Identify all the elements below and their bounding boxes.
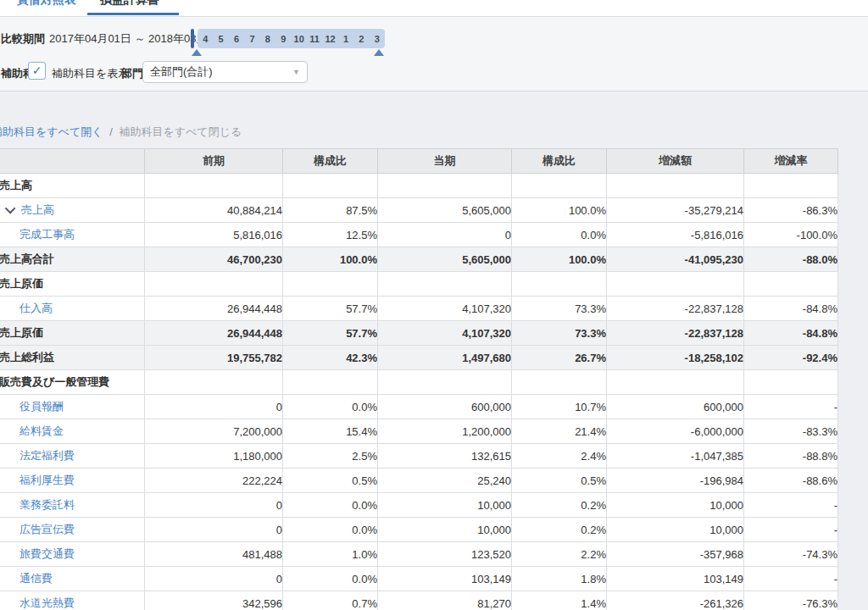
profit-loss-table: 前期構成比当期構成比増減額増減率 売上高売上高40,884,21487.5%5,…	[0, 148, 838, 610]
value-cell: -41,095,230	[607, 247, 744, 272]
account-name-cell: 販売費及び一般管理費	[0, 370, 145, 395]
month-option[interactable]: 10	[292, 34, 307, 44]
account-name[interactable]: 売上高	[21, 203, 54, 216]
value-cell: 0.0%	[283, 395, 378, 419]
month-option[interactable]: 6	[229, 34, 244, 44]
account-name[interactable]: 完成工事高	[19, 228, 75, 241]
department-label: 部門	[121, 66, 143, 81]
value-cell: 46,700,230	[145, 247, 283, 272]
month-option[interactable]: 9	[275, 34, 291, 44]
value-cell: -76.3%	[744, 591, 838, 610]
value-cell: 10,000	[378, 518, 512, 542]
month-option[interactable]: 3	[370, 34, 385, 44]
value-cell: 5,816,016	[145, 223, 283, 247]
open-all-subaccounts-link[interactable]: 補助科目をすべて開く	[0, 125, 103, 138]
value-cell: -	[744, 493, 838, 518]
account-name[interactable]: 通信費	[19, 572, 53, 585]
value-cell: 123,520	[378, 542, 512, 567]
table-row: 売上高合計46,700,230100.0%5,605,000100.0%-41,…	[0, 247, 838, 272]
department-select[interactable]: 全部門(合計) ▼	[142, 61, 308, 83]
column-header: 増減額	[607, 149, 744, 174]
tab-balance-sheet[interactable]: 貸借対照表	[17, 0, 76, 8]
account-name[interactable]: 旅費交通費	[19, 547, 75, 560]
account-name: 売上高	[0, 179, 32, 191]
subaccount-checkbox-label[interactable]: 補助科目を表示	[52, 66, 129, 81]
close-all-subaccounts-link[interactable]: 補助科目をすべて閉じる	[119, 125, 242, 138]
account-name[interactable]: 業務委託料	[19, 498, 75, 511]
month-option[interactable]: 4	[198, 34, 213, 44]
table-row: 法定福利費1,180,0002.5%132,6152.4%-1,047,385-…	[0, 444, 838, 469]
account-name[interactable]: 水道光熱費	[19, 596, 75, 609]
value-cell: 10.7%	[512, 395, 607, 419]
account-name[interactable]: 役員報酬	[19, 400, 64, 413]
chevron-down-icon[interactable]	[5, 203, 16, 214]
value-cell: 1.4%	[512, 591, 607, 610]
table-row: 売上原価26,944,44857.7%4,107,32073.3%-22,837…	[0, 321, 838, 346]
month-option[interactable]: 7	[244, 34, 259, 44]
value-cell: 103,149	[378, 567, 512, 591]
month-option[interactable]: 8	[260, 34, 275, 44]
table-row: 役員報酬00.0%600,00010.7%600,000-	[0, 395, 838, 419]
value-cell	[145, 174, 283, 198]
value-cell	[607, 370, 744, 395]
filter-panel: 比較期間 2017年04月01日 ～ 2018年03月31日 456789101…	[0, 17, 868, 92]
value-cell: 1,497,680	[378, 346, 512, 370]
value-cell: 2.2%	[512, 542, 607, 567]
month-option[interactable]: 12	[322, 34, 337, 44]
table-row: 給料賃金7,200,00015.4%1,200,00021.4%-6,000,0…	[0, 419, 838, 444]
subaccount-checkbox[interactable]: ✓	[28, 62, 46, 80]
value-cell: 0.2%	[512, 518, 607, 542]
table-row: 広告宣伝費00.0%10,0000.2%10,000-	[0, 518, 838, 542]
value-cell: 0	[145, 518, 283, 542]
value-cell: 5,605,000	[378, 198, 512, 223]
month-option[interactable]: 2	[353, 34, 369, 44]
account-name[interactable]: 広告宣伝費	[19, 523, 75, 535]
value-cell: -6,000,000	[607, 419, 744, 444]
table-row: 福利厚生費222,2240.5%25,2400.5%-196,984-88.6%	[0, 469, 838, 493]
month-slider-handle-bar[interactable]	[191, 29, 194, 48]
slider-left-handle-icon[interactable]	[192, 49, 202, 56]
value-cell: -	[744, 518, 838, 542]
value-cell: -18,258,102	[607, 346, 744, 370]
value-cell: 21.4%	[512, 419, 607, 444]
value-cell: 1,180,000	[145, 444, 283, 469]
account-name-cell: 旅費交通費	[0, 542, 145, 567]
value-cell: 0.2%	[512, 493, 607, 518]
slider-right-handle-icon[interactable]	[374, 49, 384, 56]
table-row: 販売費及び一般管理費	[0, 370, 838, 395]
account-name[interactable]: 給料賃金	[19, 424, 64, 437]
value-cell	[283, 370, 378, 395]
value-cell: 10,000	[378, 493, 512, 518]
value-cell: 0.0%	[283, 493, 378, 518]
account-name[interactable]: 仕入高	[19, 302, 53, 314]
tab-profit-loss[interactable]: 損益計算書	[100, 0, 159, 8]
column-header: 増減率	[744, 149, 838, 174]
month-range-slider[interactable]: 456789101112123	[198, 29, 385, 48]
account-name: 売上総利益	[0, 351, 54, 363]
comparison-period-label: 比較期間	[1, 31, 45, 47]
value-cell: 40,884,214	[145, 198, 283, 223]
value-cell: 481,488	[145, 542, 283, 567]
value-cell: -357,968	[607, 542, 744, 567]
month-option[interactable]: 1	[338, 34, 353, 44]
value-cell: 0.7%	[283, 591, 378, 610]
account-name-cell: 業務委託料	[0, 493, 145, 518]
value-cell	[283, 174, 378, 198]
account-name[interactable]: 法定福利費	[19, 449, 75, 462]
value-cell	[744, 370, 838, 395]
value-cell	[512, 272, 607, 297]
account-name: 売上高合計	[0, 252, 54, 265]
chevron-down-icon: ▼	[292, 62, 300, 82]
account-name-cell: 売上原価	[0, 321, 145, 346]
value-cell: 73.3%	[512, 297, 607, 321]
value-cell: -88.6%	[744, 469, 838, 493]
table-row: 売上高40,884,21487.5%5,605,000100.0%-35,279…	[0, 198, 838, 223]
value-cell: -22,837,128	[607, 297, 744, 321]
account-name-cell: 役員報酬	[0, 395, 145, 419]
value-cell: -100.0%	[744, 223, 838, 247]
account-name[interactable]: 福利厚生費	[19, 474, 75, 486]
value-cell: -88.8%	[744, 444, 838, 469]
month-option[interactable]: 11	[307, 34, 322, 44]
month-option[interactable]: 5	[213, 34, 228, 44]
value-cell: 4,107,320	[378, 321, 512, 346]
